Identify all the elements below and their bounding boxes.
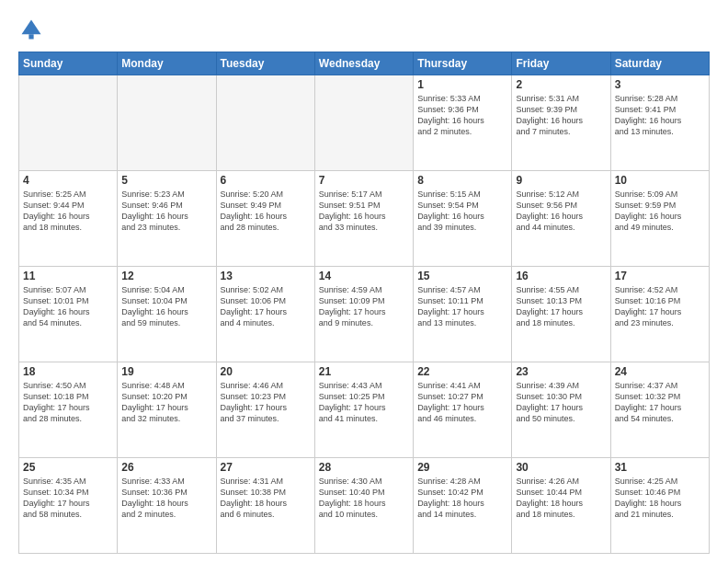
calendar-cell: 4Sunrise: 5:25 AM Sunset: 9:44 PM Daylig… [19, 171, 118, 267]
day-number: 20 [221, 365, 311, 378]
day-number: 25 [23, 461, 113, 474]
logo [18, 17, 48, 42]
day-info: Sunrise: 5:07 AM Sunset: 10:01 PM Daylig… [23, 284, 113, 329]
calendar-cell: 7Sunrise: 5:17 AM Sunset: 9:51 PM Daylig… [314, 171, 413, 267]
calendar-cell: 6Sunrise: 5:20 AM Sunset: 9:49 PM Daylig… [216, 171, 314, 267]
day-info: Sunrise: 5:20 AM Sunset: 9:49 PM Dayligh… [221, 189, 311, 234]
day-number: 26 [121, 461, 211, 474]
svg-marker-0 [22, 20, 41, 35]
day-number: 8 [417, 174, 507, 187]
day-info: Sunrise: 4:46 AM Sunset: 10:23 PM Daylig… [221, 380, 311, 425]
weekday-thursday: Thursday [414, 52, 512, 75]
calendar-cell: 10Sunrise: 5:09 AM Sunset: 9:59 PM Dayli… [610, 171, 709, 267]
weekday-tuesday: Tuesday [216, 52, 314, 75]
day-info: Sunrise: 4:52 AM Sunset: 10:16 PM Daylig… [615, 284, 705, 329]
day-info: Sunrise: 4:43 AM Sunset: 10:25 PM Daylig… [319, 380, 409, 425]
day-number: 5 [121, 174, 211, 187]
day-number: 12 [121, 270, 211, 282]
weekday-header-row: SundayMondayTuesdayWednesdayThursdayFrid… [19, 52, 710, 75]
calendar-cell: 12Sunrise: 5:04 AM Sunset: 10:04 PM Dayl… [118, 267, 216, 362]
day-info: Sunrise: 5:23 AM Sunset: 9:46 PM Dayligh… [121, 189, 211, 234]
calendar-cell: 23Sunrise: 4:39 AM Sunset: 10:30 PM Dayl… [512, 362, 610, 458]
day-info: Sunrise: 4:59 AM Sunset: 10:09 PM Daylig… [319, 284, 409, 329]
day-number: 3 [615, 78, 705, 91]
calendar-cell: 1Sunrise: 5:33 AM Sunset: 9:36 PM Daylig… [414, 75, 512, 171]
day-info: Sunrise: 4:26 AM Sunset: 10:44 PM Daylig… [516, 476, 606, 521]
day-number: 6 [221, 174, 311, 187]
day-number: 9 [516, 174, 606, 187]
day-number: 29 [417, 461, 507, 474]
day-number: 15 [417, 270, 507, 282]
day-info: Sunrise: 4:30 AM Sunset: 10:40 PM Daylig… [319, 476, 409, 521]
calendar-table: SundayMondayTuesdayWednesdayThursdayFrid… [18, 52, 710, 554]
week-row-5: 25Sunrise: 4:35 AM Sunset: 10:34 PM Dayl… [19, 458, 710, 554]
day-info: Sunrise: 4:33 AM Sunset: 10:36 PM Daylig… [121, 476, 211, 521]
day-info: Sunrise: 4:28 AM Sunset: 10:42 PM Daylig… [417, 476, 507, 521]
day-info: Sunrise: 4:55 AM Sunset: 10:13 PM Daylig… [516, 284, 606, 329]
calendar-cell: 28Sunrise: 4:30 AM Sunset: 10:40 PM Dayl… [314, 458, 413, 554]
week-row-1: 1Sunrise: 5:33 AM Sunset: 9:36 PM Daylig… [19, 75, 710, 171]
day-info: Sunrise: 5:33 AM Sunset: 9:36 PM Dayligh… [417, 93, 507, 138]
day-number: 21 [319, 365, 409, 378]
day-info: Sunrise: 5:28 AM Sunset: 9:41 PM Dayligh… [615, 93, 705, 138]
day-number: 14 [319, 270, 409, 282]
day-info: Sunrise: 5:15 AM Sunset: 9:54 PM Dayligh… [417, 189, 507, 234]
calendar-cell: 13Sunrise: 5:02 AM Sunset: 10:06 PM Dayl… [216, 267, 314, 362]
day-info: Sunrise: 4:48 AM Sunset: 10:20 PM Daylig… [121, 380, 211, 425]
day-number: 2 [516, 78, 606, 91]
calendar-cell: 27Sunrise: 4:31 AM Sunset: 10:38 PM Dayl… [216, 458, 314, 554]
day-number: 22 [417, 365, 507, 378]
calendar-cell: 16Sunrise: 4:55 AM Sunset: 10:13 PM Dayl… [512, 267, 610, 362]
day-info: Sunrise: 4:57 AM Sunset: 10:11 PM Daylig… [417, 284, 507, 329]
calendar-cell: 2Sunrise: 5:31 AM Sunset: 9:39 PM Daylig… [512, 75, 610, 171]
day-number: 28 [319, 461, 409, 474]
day-info: Sunrise: 5:12 AM Sunset: 9:56 PM Dayligh… [516, 189, 606, 234]
calendar-cell: 3Sunrise: 5:28 AM Sunset: 9:41 PM Daylig… [610, 75, 709, 171]
day-number: 23 [516, 365, 606, 378]
day-number: 18 [23, 365, 113, 378]
header [18, 17, 710, 42]
day-number: 1 [417, 78, 507, 91]
day-number: 30 [516, 461, 606, 474]
day-info: Sunrise: 4:50 AM Sunset: 10:18 PM Daylig… [23, 380, 113, 425]
calendar-cell: 17Sunrise: 4:52 AM Sunset: 10:16 PM Dayl… [610, 267, 709, 362]
calendar-cell [216, 75, 314, 171]
calendar-cell: 18Sunrise: 4:50 AM Sunset: 10:18 PM Dayl… [19, 362, 118, 458]
calendar-cell [118, 75, 216, 171]
calendar-cell: 5Sunrise: 5:23 AM Sunset: 9:46 PM Daylig… [118, 171, 216, 267]
weekday-friday: Friday [512, 52, 610, 75]
calendar-cell: 11Sunrise: 5:07 AM Sunset: 10:01 PM Dayl… [19, 267, 118, 362]
calendar-cell: 9Sunrise: 5:12 AM Sunset: 9:56 PM Daylig… [512, 171, 610, 267]
day-info: Sunrise: 5:02 AM Sunset: 10:06 PM Daylig… [221, 284, 311, 329]
calendar-cell: 24Sunrise: 4:37 AM Sunset: 10:32 PM Dayl… [610, 362, 709, 458]
weekday-wednesday: Wednesday [314, 52, 413, 75]
day-number: 24 [615, 365, 705, 378]
day-number: 19 [121, 365, 211, 378]
calendar-cell [314, 75, 413, 171]
calendar-cell: 8Sunrise: 5:15 AM Sunset: 9:54 PM Daylig… [414, 171, 512, 267]
day-info: Sunrise: 4:25 AM Sunset: 10:46 PM Daylig… [615, 476, 705, 521]
logo-icon [18, 17, 44, 42]
weekday-monday: Monday [118, 52, 216, 75]
day-info: Sunrise: 5:17 AM Sunset: 9:51 PM Dayligh… [319, 189, 409, 234]
day-info: Sunrise: 4:41 AM Sunset: 10:27 PM Daylig… [417, 380, 507, 425]
calendar-cell: 29Sunrise: 4:28 AM Sunset: 10:42 PM Dayl… [414, 458, 512, 554]
day-info: Sunrise: 4:31 AM Sunset: 10:38 PM Daylig… [221, 476, 311, 521]
calendar-cell: 20Sunrise: 4:46 AM Sunset: 10:23 PM Dayl… [216, 362, 314, 458]
weekday-saturday: Saturday [610, 52, 709, 75]
calendar-cell: 19Sunrise: 4:48 AM Sunset: 10:20 PM Dayl… [118, 362, 216, 458]
day-info: Sunrise: 5:31 AM Sunset: 9:39 PM Dayligh… [516, 93, 606, 138]
svg-rect-1 [28, 34, 33, 39]
day-info: Sunrise: 5:09 AM Sunset: 9:59 PM Dayligh… [615, 189, 705, 234]
day-info: Sunrise: 5:25 AM Sunset: 9:44 PM Dayligh… [23, 189, 113, 234]
calendar-cell: 31Sunrise: 4:25 AM Sunset: 10:46 PM Dayl… [610, 458, 709, 554]
page: SundayMondayTuesdayWednesdayThursdayFrid… [0, 0, 728, 563]
day-number: 4 [23, 174, 113, 187]
day-number: 31 [615, 461, 705, 474]
calendar-cell: 26Sunrise: 4:33 AM Sunset: 10:36 PM Dayl… [118, 458, 216, 554]
week-row-3: 11Sunrise: 5:07 AM Sunset: 10:01 PM Dayl… [19, 267, 710, 362]
day-number: 10 [615, 174, 705, 187]
weekday-sunday: Sunday [19, 52, 118, 75]
day-number: 13 [221, 270, 311, 282]
week-row-2: 4Sunrise: 5:25 AM Sunset: 9:44 PM Daylig… [19, 171, 710, 267]
